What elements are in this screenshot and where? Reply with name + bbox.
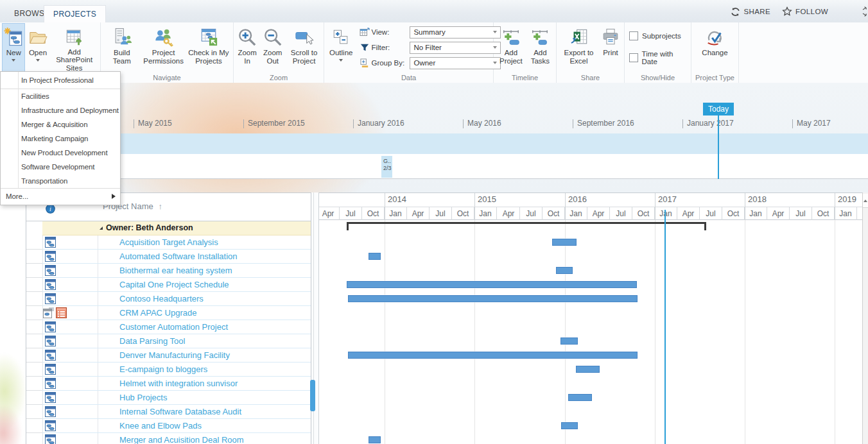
- change-icon: [705, 26, 724, 49]
- gantt-quarter-label: Jan: [655, 207, 677, 220]
- gantt-year-divider: [835, 193, 835, 220]
- ribbon-group-label: Show/Hide: [627, 73, 689, 83]
- gantt-year-label: 2019: [838, 194, 856, 204]
- open-button[interactable]: Open: [26, 23, 50, 73]
- bracket-end-hook: [704, 222, 706, 230]
- ribbon-spacer: [739, 22, 868, 83]
- gantt-bar: [348, 295, 638, 302]
- add-sharepoint-sites-button[interactable]: Add SharePoint Sites: [51, 23, 98, 73]
- timeline-item-name: G..: [383, 158, 392, 165]
- view-field: View: Summary: [358, 24, 501, 40]
- add-tasks-button[interactable]: Add Tasks: [526, 23, 554, 73]
- share-button[interactable]: SHARE: [731, 6, 770, 17]
- project-link[interactable]: E-campaign to bloggers: [119, 364, 207, 374]
- project-link[interactable]: Hub Projects: [119, 393, 167, 402]
- menu-item-more[interactable]: More...: [1, 189, 120, 205]
- project-link[interactable]: Data Parsing Tool: [119, 336, 185, 346]
- add-project-button[interactable]: Add Project: [496, 23, 526, 73]
- splitter-handle[interactable]: [310, 380, 315, 411]
- filter-select[interactable]: No Filter: [410, 42, 501, 54]
- gantt-year-divider: [655, 193, 655, 220]
- project-icon: [45, 420, 56, 431]
- scroll-to-project-button[interactable]: Scroll to Project: [286, 23, 322, 73]
- chevron-down-icon: [36, 59, 40, 62]
- info-icon[interactable]: i: [46, 204, 55, 214]
- sort-ascending-icon: ↑: [155, 201, 162, 211]
- timeline-date-label: May 2016: [467, 119, 501, 128]
- view-select[interactable]: Summary: [410, 26, 501, 38]
- gantt-bar: [576, 366, 600, 373]
- project-permissions-button[interactable]: Project Permissions: [141, 23, 186, 73]
- vertical-scrollbar[interactable]: [862, 192, 868, 444]
- zoom-in-button[interactable]: Zoom In: [236, 23, 259, 73]
- gantt-quarter-label: Jan: [835, 207, 857, 220]
- subprojects-checkbox[interactable]: Subprojects: [629, 31, 681, 40]
- project-link[interactable]: Merger and Acuisition Deal Room: [119, 435, 244, 444]
- table-row: CRM APAC Upgrade: [42, 306, 311, 320]
- ribbon-group-label: Zoom: [236, 73, 322, 83]
- project-link[interactable]: Knee and Elbow Pads: [119, 421, 202, 431]
- group-by-select[interactable]: Owner: [410, 57, 501, 69]
- new-button[interactable]: New: [2, 23, 25, 73]
- main-area: i Project Name ↑ Owner: Beth Anderson Ac…: [0, 192, 868, 444]
- timeline-item[interactable]: G.. 2/3: [381, 156, 392, 178]
- ribbon-group-label: Data: [326, 73, 491, 83]
- checked-out-icon: [43, 307, 54, 318]
- project-link[interactable]: Customer Automation Project: [119, 322, 228, 332]
- new-project-menu: In Project Professional FacilitiesInfras…: [0, 71, 121, 205]
- build-team-button[interactable]: Build Team: [103, 23, 141, 73]
- print-button[interactable]: Print: [599, 23, 622, 73]
- scroll-up-button[interactable]: [863, 194, 868, 208]
- table-row: Data Parsing Tool: [42, 334, 311, 348]
- gantt-year-label: 2018: [748, 194, 767, 204]
- timeline-taskband[interactable]: [0, 154, 868, 179]
- gantt-bar: [561, 422, 578, 429]
- today-line: [718, 115, 719, 179]
- project-link[interactable]: Automated Software Installation: [119, 252, 238, 261]
- zoom-out-icon: [263, 26, 282, 49]
- project-permissions-icon: [154, 26, 173, 49]
- project-link[interactable]: Capital One Project Schedule: [119, 280, 229, 289]
- gantt-quarter-label: Jan: [565, 207, 587, 220]
- ribbon-group-project-type: Change Project Type: [691, 22, 739, 83]
- export-to-excel-button[interactable]: Export to Excel: [559, 23, 599, 73]
- timeline-date-label: January 2016: [358, 119, 404, 128]
- project-link[interactable]: Biothermal ear heating system: [119, 266, 232, 275]
- tab-projects[interactable]: PROJECTS: [44, 5, 106, 23]
- zoom-out-button[interactable]: Zoom Out: [259, 23, 286, 73]
- timeline-date-tick: [792, 119, 793, 128]
- change-project-type-button[interactable]: Change: [700, 23, 729, 73]
- group-row-owner: Owner: Beth Anderson: [42, 221, 311, 235]
- project-icon: [45, 406, 56, 417]
- project-link[interactable]: Denver Manufacturing Facility: [119, 350, 230, 360]
- focus-content-icon[interactable]: [862, 6, 868, 17]
- outline-button[interactable]: Outline: [327, 23, 354, 73]
- project-link[interactable]: Helmet with integration sunvisor: [119, 379, 238, 388]
- suite-bar: BROWSE PROJECTS SHARE FOLLOW: [0, 0, 868, 22]
- project-link[interactable]: CRM APAC Upgrade: [119, 308, 196, 318]
- printer-icon: [601, 26, 620, 49]
- checkbox-icon: [629, 31, 638, 40]
- time-with-date-checkbox[interactable]: Time with Date: [629, 50, 689, 65]
- svg-text:i: i: [49, 205, 51, 212]
- row-gutter-cell: [26, 278, 42, 292]
- gantt-bar: [552, 239, 577, 246]
- timeline-date-label: May 2015: [138, 119, 172, 128]
- project-link[interactable]: Contoso Headquarters: [119, 294, 204, 303]
- check-in-my-projects-button[interactable]: Check in My Projects: [186, 23, 231, 73]
- gantt-year-gridline: [745, 220, 745, 444]
- gantt-quarter-scale: AprJulOctJanAprJulOctJanAprJulOctJanAprJ…: [319, 207, 862, 220]
- timeline-date-tick: [463, 119, 464, 128]
- collapse-group-icon[interactable]: [100, 226, 103, 230]
- ribbon-group-label: Timeline: [496, 73, 554, 83]
- project-link[interactable]: Acquisition Target Analysis: [119, 237, 218, 247]
- row-gutter-cell: [26, 250, 42, 264]
- project-link[interactable]: Internal Software Database Audit: [119, 407, 241, 416]
- left-margin-background: [0, 192, 26, 444]
- gantt-quarter-label: Jan: [385, 207, 407, 220]
- follow-button[interactable]: FOLLOW: [782, 6, 828, 17]
- timeline-band[interactable]: [0, 133, 868, 154]
- table-row: Contoso Headquarters: [42, 292, 311, 306]
- gantt-quarter-label: Oct: [632, 207, 655, 220]
- row-gutter-cell: [26, 320, 42, 334]
